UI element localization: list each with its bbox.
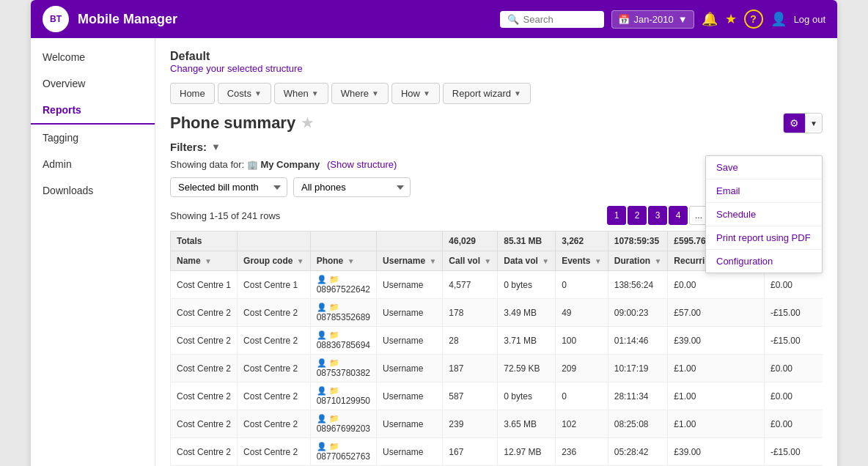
tab-when[interactable]: When ▼ — [274, 83, 328, 104]
bell-icon[interactable]: 🔔 — [702, 11, 718, 27]
sidebar-item-tagging[interactable]: Tagging — [31, 125, 155, 151]
table-row: Cost Centre 2Cost Centre 2👤📁 08785352689… — [171, 299, 823, 327]
th-duration: Duration ▼ — [608, 251, 668, 271]
col-totals: Totals — [171, 232, 238, 251]
folder-icon: 📁 — [329, 414, 339, 424]
search-icon: 🔍 — [507, 14, 519, 25]
rows-info: Showing 1-15 of 241 rows — [170, 210, 280, 221]
table-row: Cost Centre 2Cost Centre 2👤📁 08710129950… — [171, 382, 823, 410]
col-group-code-header — [238, 232, 311, 251]
th-events: Events ▼ — [556, 251, 608, 271]
dropdown-configuration[interactable]: Configuration — [706, 250, 822, 273]
th-data-vol: Data vol ▼ — [498, 251, 556, 271]
sidebar-item-overview[interactable]: Overview — [31, 70, 155, 97]
tab-report-wizard[interactable]: Report wizard ▼ — [443, 83, 531, 104]
calendar-month: Jan-2010 — [634, 14, 674, 25]
dropdown-print-pdf[interactable]: Print report using PDF — [706, 226, 822, 250]
show-structure-link[interactable]: (Show structure) — [327, 159, 397, 170]
user-small-icon: 👤 — [317, 414, 327, 424]
name-sort-icon[interactable]: ▼ — [205, 257, 212, 265]
dropdown-email[interactable]: Email — [706, 180, 822, 203]
calendar-arrow-icon: ▼ — [678, 14, 688, 25]
page-title: Phone summary ★ — [170, 114, 313, 133]
page-4-button[interactable]: 4 — [669, 206, 688, 225]
main-content: Default Change your selected structure H… — [155, 38, 837, 466]
th-name: Name ▼ — [171, 251, 238, 271]
tab-home[interactable]: Home — [170, 83, 215, 104]
sidebar-item-welcome[interactable]: Welcome — [31, 44, 155, 70]
page-2-button[interactable]: 2 — [628, 206, 647, 225]
settings-dropdown-arrow-icon: ▼ — [805, 116, 822, 131]
folder-icon: 📁 — [329, 303, 339, 312]
folder-icon: 📁 — [329, 358, 339, 368]
col-events-header: 3,262 — [556, 232, 608, 251]
tab-costs[interactable]: Costs ▼ — [218, 83, 271, 104]
phones-select[interactable]: All phonesMobile onlyLandline only — [293, 177, 411, 197]
user-small-icon: 👤 — [317, 386, 327, 396]
folder-icon: 📁 — [329, 275, 339, 284]
tab-where[interactable]: Where ▼ — [331, 83, 389, 104]
wizard-arrow-icon: ▼ — [514, 89, 521, 97]
change-structure-link[interactable]: Change your selected structure — [170, 63, 303, 74]
col-duration-header: 1078:59:35 — [608, 232, 668, 251]
phone-sort-icon[interactable]: ▼ — [347, 257, 355, 265]
col-call-vol-header: 46,029 — [443, 232, 498, 251]
body-layout: Welcome Overview Reports Tagging Admin D… — [31, 38, 837, 466]
tab-how[interactable]: How ▼ — [391, 83, 440, 104]
filters-row: Filters: ▼ — [170, 141, 823, 153]
table-row: Cost Centre 2Cost Centre 2👤📁 08836785694… — [171, 327, 823, 355]
app-window: BT Mobile Manager 🔍 📅 Jan-2010 ▼ 🔔 ★ ? 👤… — [31, 0, 837, 466]
dropdown-schedule[interactable]: Schedule — [706, 203, 822, 226]
user-small-icon: 👤 — [317, 442, 327, 451]
company-icon: 🏢 — [247, 160, 258, 170]
bt-logo: BT — [43, 6, 69, 32]
username-sort-icon[interactable]: ▼ — [429, 257, 436, 265]
col-phone-header — [310, 232, 376, 251]
th-phone: Phone ▼ — [310, 251, 376, 271]
user-small-icon: 👤 — [317, 330, 327, 340]
user-small-icon: 👤 — [317, 275, 327, 284]
settings-button[interactable]: ⚙ ▼ — [783, 113, 823, 133]
call-vol-sort-icon[interactable]: ▼ — [484, 257, 491, 265]
breadcrumb: Default Change your selected structure — [170, 50, 823, 74]
table-row: Cost Centre 1Cost Centre 1👤📁 08967522642… — [171, 271, 823, 299]
sidebar-item-admin[interactable]: Admin — [31, 151, 155, 177]
logout-button[interactable]: Log out — [794, 14, 825, 25]
settings-dropdown-menu: Save Email Schedule Print report using P… — [705, 155, 823, 273]
star-icon[interactable]: ★ — [725, 11, 737, 27]
search-box[interactable]: 🔍 — [500, 11, 604, 28]
filters-toggle-icon[interactable]: ▼ — [211, 141, 221, 152]
group-code-sort-icon[interactable]: ▼ — [297, 257, 304, 265]
folder-icon: 📁 — [329, 386, 339, 396]
user-icon[interactable]: 👤 — [770, 11, 787, 27]
sidebar-item-reports[interactable]: Reports — [31, 97, 155, 125]
table-row: Cost Centre 2Cost Centre 2👤📁 08753780382… — [171, 355, 823, 382]
col-username-header — [377, 232, 443, 251]
filters-label: Filters: — [170, 141, 207, 153]
favorite-star-icon[interactable]: ★ — [301, 115, 313, 131]
sidebar-item-downloads[interactable]: Downloads — [31, 177, 155, 204]
user-small-icon: 👤 — [317, 358, 327, 368]
duration-sort-icon[interactable]: ▼ — [654, 257, 661, 265]
page-1-button[interactable]: 1 — [607, 206, 626, 225]
page-title-row: Phone summary ★ ⚙ ▼ — [170, 113, 823, 133]
dropdown-save[interactable]: Save — [706, 156, 822, 180]
bill-month-select[interactable]: Selected bill monthJan-2010Feb-2010 — [170, 177, 287, 197]
th-group-code: Group code ▼ — [238, 251, 311, 271]
page-3-button[interactable]: 3 — [648, 206, 667, 225]
table-row: Cost Centre 2Cost Centre 2👤📁 08770652763… — [171, 438, 823, 466]
data-vol-sort-icon[interactable]: ▼ — [542, 257, 549, 265]
events-sort-icon[interactable]: ▼ — [595, 257, 602, 265]
header: BT Mobile Manager 🔍 📅 Jan-2010 ▼ 🔔 ★ ? 👤… — [31, 0, 837, 38]
search-input[interactable] — [523, 14, 597, 25]
folder-icon: 📁 — [329, 330, 339, 340]
help-icon[interactable]: ? — [744, 10, 763, 29]
showing-data-prefix: Showing data for: — [170, 159, 244, 170]
where-arrow-icon: ▼ — [372, 89, 379, 97]
calendar-button[interactable]: 📅 Jan-2010 ▼ — [611, 10, 694, 29]
user-small-icon: 👤 — [317, 303, 327, 312]
calendar-icon: 📅 — [618, 14, 630, 25]
table-row: Cost Centre 2Cost Centre 2👤📁 08967699203… — [171, 410, 823, 438]
when-arrow-icon: ▼ — [312, 89, 319, 97]
col-data-vol-header: 85.31 MB — [498, 232, 556, 251]
